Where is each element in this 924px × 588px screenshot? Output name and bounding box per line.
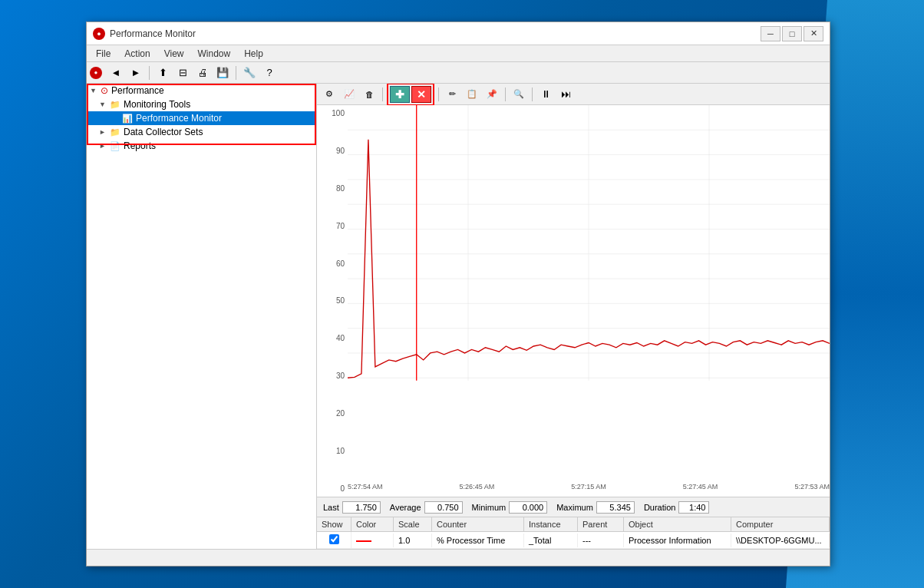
toolbar-separator-2 bbox=[236, 66, 236, 80]
row-scale: 1.0 bbox=[394, 533, 432, 547]
graph-sep-3 bbox=[505, 88, 506, 101]
show-checkbox[interactable] bbox=[329, 534, 339, 544]
maximize-button[interactable]: □ bbox=[782, 26, 802, 41]
avg-label: Average bbox=[390, 503, 421, 512]
graph-sep-2 bbox=[438, 88, 439, 101]
dur-label: Duration bbox=[644, 503, 676, 512]
row-show bbox=[317, 532, 351, 548]
tree-label-performance: Performance bbox=[111, 85, 164, 96]
x-label-3: 5:27:15 AM bbox=[571, 483, 606, 497]
stats-bar: Last 1.750 Average 0.750 Minimum 0.000 M… bbox=[317, 497, 830, 517]
last-value: 1.750 bbox=[342, 501, 381, 514]
title-bar: ● Performance Monitor ─ □ ✕ bbox=[87, 22, 830, 45]
min-field: Minimum 0.000 bbox=[472, 501, 548, 514]
menu-bar: File Action View Window Help bbox=[87, 45, 830, 62]
right-panel: ⚙ 📈 🗑 ✚ ✕ ✏ 📋 📌 🔍 ⏸ ⏭ bbox=[317, 84, 830, 549]
menu-window[interactable]: Window bbox=[192, 47, 237, 61]
graph-sep bbox=[382, 88, 383, 101]
col-show: Show bbox=[317, 517, 351, 531]
expand-arrow-5: ► bbox=[99, 142, 108, 150]
change-graph-button[interactable]: 📈 bbox=[340, 86, 358, 103]
add-counter-button[interactable]: ✚ bbox=[390, 86, 410, 103]
y-label-20: 20 bbox=[317, 409, 348, 418]
expand-arrow-4: ► bbox=[99, 128, 108, 136]
next-button[interactable]: ⏭ bbox=[556, 86, 575, 103]
max-value: 5.345 bbox=[596, 501, 635, 514]
performance-graph bbox=[348, 105, 830, 381]
color-indicator bbox=[356, 540, 371, 542]
row-computer: \\DESKTOP-6GGMU... bbox=[731, 533, 830, 547]
graph-settings-button[interactable]: ⚙ bbox=[320, 86, 338, 103]
chart-icon: 📊 bbox=[122, 114, 133, 124]
export-button[interactable]: 💾 bbox=[213, 64, 232, 81]
last-label: Last bbox=[323, 503, 339, 512]
row-counter: % Processor Time bbox=[432, 533, 524, 547]
graph-sep-4 bbox=[532, 88, 533, 101]
row-object: Processor Information bbox=[624, 533, 731, 547]
highlight-button[interactable]: ✏ bbox=[443, 86, 461, 103]
y-label-50: 50 bbox=[317, 296, 348, 305]
delete-counter-button[interactable]: ✕ bbox=[411, 86, 431, 103]
row-instance: _Total bbox=[524, 533, 578, 547]
zoom-button[interactable]: 🔍 bbox=[510, 86, 528, 103]
graph-area: 100 90 80 70 60 50 40 30 20 10 0 bbox=[317, 105, 830, 497]
col-object: Object bbox=[624, 517, 731, 531]
title-controls: ─ □ ✕ bbox=[761, 26, 823, 41]
back-button[interactable]: ◄ bbox=[107, 64, 125, 81]
menu-help[interactable]: Help bbox=[238, 47, 269, 61]
y-label-0: 0 bbox=[317, 484, 348, 493]
counter-table-header: Show Color Scale Counter Instance Parent… bbox=[317, 517, 830, 532]
dur-value: 1:40 bbox=[678, 501, 709, 514]
min-label: Minimum bbox=[472, 503, 507, 512]
window-icon: ● bbox=[93, 28, 105, 40]
y-label-80: 80 bbox=[317, 184, 348, 193]
tree-item-monitoring-tools[interactable]: ▼ 📁 Monitoring Tools bbox=[87, 97, 316, 111]
menu-action[interactable]: Action bbox=[118, 47, 156, 61]
properties-button[interactable]: 🔧 bbox=[240, 64, 259, 81]
window-title: Performance Monitor bbox=[110, 28, 196, 39]
tree-item-performance-monitor[interactable]: 📊 Performance Monitor bbox=[87, 111, 316, 125]
folder-icon: 📁 bbox=[110, 100, 120, 110]
y-label-60: 60 bbox=[317, 259, 348, 268]
minimize-button[interactable]: ─ bbox=[761, 26, 780, 41]
pause-button[interactable]: ⏸ bbox=[536, 86, 555, 103]
show-hide-button[interactable]: ⊟ bbox=[173, 64, 192, 81]
row-parent: --- bbox=[578, 533, 624, 547]
paste-button[interactable]: 📌 bbox=[483, 86, 501, 103]
tree-label-monitoring-tools: Monitoring Tools bbox=[124, 99, 190, 110]
y-axis: 100 90 80 70 60 50 40 30 20 10 0 bbox=[317, 105, 348, 497]
x-label-2: 5:26:45 AM bbox=[460, 483, 495, 497]
x-axis: 5:27:54 AM 5:26:45 AM 5:27:15 AM 5:27:45… bbox=[348, 483, 830, 497]
close-button[interactable]: ✕ bbox=[804, 26, 823, 41]
counter-row-1[interactable]: 1.0 % Processor Time _Total --- Processo… bbox=[317, 532, 830, 549]
tree-item-reports[interactable]: ► 📄 Reports bbox=[87, 139, 316, 153]
counter-table: Show Color Scale Counter Instance Parent… bbox=[317, 517, 830, 549]
x-label-5: 5:27:53 AM bbox=[794, 483, 830, 497]
title-bar-left: ● Performance Monitor bbox=[93, 28, 196, 40]
min-value: 0.000 bbox=[509, 501, 547, 514]
forward-button[interactable]: ► bbox=[127, 64, 145, 81]
expand-arrow-2: ▼ bbox=[99, 101, 108, 108]
y-label-10: 10 bbox=[317, 447, 348, 455]
status-bar bbox=[87, 549, 830, 566]
up-button[interactable]: ⬆ bbox=[153, 64, 172, 81]
print-button[interactable]: 🖨 bbox=[193, 64, 212, 81]
tree-item-performance[interactable]: ▼ ⊙ Performance bbox=[87, 84, 316, 97]
menu-view[interactable]: View bbox=[158, 47, 190, 61]
nav-toolbar: ● ◄ ► ⬆ ⊟ 🖨 💾 🔧 ? bbox=[87, 62, 830, 84]
col-computer: Computer bbox=[731, 517, 830, 531]
last-field: Last 1.750 bbox=[323, 501, 381, 514]
reports-icon: 📄 bbox=[110, 141, 120, 151]
menu-file[interactable]: File bbox=[90, 47, 117, 61]
tree-item-data-collector-sets[interactable]: ► 📁 Data Collector Sets bbox=[87, 125, 316, 139]
help-button[interactable]: ? bbox=[260, 64, 279, 81]
toolbar-icon: ● bbox=[90, 67, 102, 79]
col-color: Color bbox=[351, 517, 394, 531]
avg-field: Average 0.750 bbox=[390, 501, 463, 514]
clear-display-button[interactable]: 🗑 bbox=[360, 86, 378, 103]
performance-icon: ⊙ bbox=[101, 85, 108, 96]
tree-label-performance-monitor: Performance Monitor bbox=[136, 113, 222, 124]
copy-button[interactable]: 📋 bbox=[463, 86, 481, 103]
col-scale: Scale bbox=[394, 517, 432, 531]
main-window: ● Performance Monitor ─ □ ✕ File Action … bbox=[86, 21, 830, 567]
